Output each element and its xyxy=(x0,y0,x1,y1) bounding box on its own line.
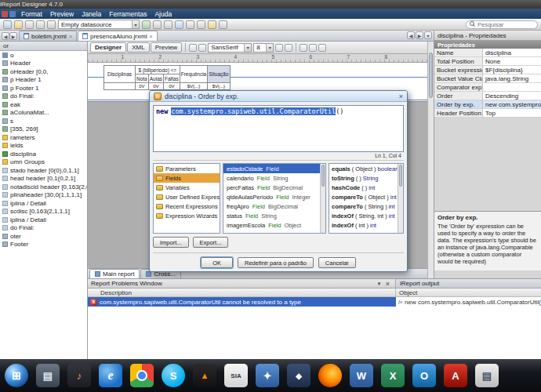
crosstab-value-cell[interactable] xyxy=(104,83,136,90)
field-list-scrollbar[interactable] xyxy=(320,164,325,233)
tree-item[interactable]: p Header 1 xyxy=(0,76,87,85)
status[interactable]: status Field String xyxy=(223,211,325,220)
media-app-icon[interactable]: ♪ xyxy=(67,364,91,387)
word-icon[interactable]: W xyxy=(350,364,373,387)
category-item[interactable]: Variables xyxy=(154,183,220,192)
chrome-icon[interactable] xyxy=(130,364,154,387)
vlc-icon[interactable]: ▲ xyxy=(193,364,216,387)
percFaltas[interactable]: percFaltas Field BigDecimal xyxy=(223,183,325,192)
crosstab-value-cell[interactable]: 0V xyxy=(136,83,149,90)
ok-button[interactable]: OK xyxy=(201,257,233,268)
properties-section-header[interactable]: Propriedades xyxy=(434,41,541,49)
vertical-scrollbar[interactable] xyxy=(427,42,434,278)
options-icon[interactable] xyxy=(219,20,227,29)
zoom-in-icon[interactable] xyxy=(189,44,197,52)
property-row[interactable]: Name disciplina xyxy=(434,49,541,57)
tree-item[interactable]: oter xyxy=(0,232,87,241)
property-row[interactable]: Bucket Value Class java.lang.String xyxy=(434,74,541,83)
menu-item[interactable]: Preview xyxy=(46,10,78,18)
crosstab-subheader-cell[interactable]: Faltas xyxy=(164,74,180,83)
system-app-icon[interactable]: ▤ xyxy=(36,364,60,387)
compareTo[interactable]: compareTo ( String ) int xyxy=(329,201,403,211)
font-name-combo[interactable]: SansSerif xyxy=(208,43,252,53)
tree-item[interactable]: stado header [0(0),0,1,1] xyxy=(0,166,87,175)
tab-close-icon[interactable] xyxy=(69,34,72,39)
crosstab-group-header-cell[interactable]: $ (biliperiodo) <= xyxy=(136,66,180,74)
indexOf[interactable]: indexOf ( int ) int xyxy=(329,220,403,230)
outlook-icon[interactable]: O xyxy=(412,364,436,387)
zoom-out-icon[interactable] xyxy=(198,44,206,52)
styles-icon[interactable] xyxy=(186,20,194,29)
internet-explorer-icon[interactable]: e xyxy=(99,364,122,387)
acrobat-icon[interactable]: A xyxy=(444,364,467,387)
search-input[interactable] xyxy=(477,21,532,28)
compareTo[interactable]: compareTo ( Object ) int xyxy=(329,192,403,201)
datasource-combo[interactable]: Empty datasource xyxy=(58,20,140,29)
report-query-icon[interactable] xyxy=(153,20,162,29)
next-document-icon[interactable] xyxy=(416,31,423,39)
redo-icon[interactable] xyxy=(47,20,56,29)
undo-icon[interactable] xyxy=(36,20,45,29)
reset-default-button[interactable]: Redefinir para o padrão xyxy=(238,257,314,268)
import-button[interactable]: Import... xyxy=(153,237,189,248)
category-item[interactable]: Parameters xyxy=(154,164,220,173)
view-toggle-button[interactable]: XML xyxy=(127,42,149,53)
menu-item[interactable]: Ajuda xyxy=(151,10,176,18)
open-report-icon[interactable] xyxy=(14,20,23,29)
view-toggle-button[interactable]: Preview xyxy=(151,42,182,53)
tree-item[interactable]: eak xyxy=(0,100,87,109)
problem-row[interactable]: com.systempro.sapiweb.util.ComparatorUti… xyxy=(88,297,541,307)
property-row[interactable]: Bucket expression $F{disciplina} xyxy=(434,66,541,74)
imagemEscola[interactable]: imagemEscola Field Object xyxy=(223,220,325,230)
tab-close-icon[interactable] xyxy=(149,34,152,39)
object-column-header[interactable]: Object xyxy=(396,289,541,296)
property-row[interactable]: Total Position None xyxy=(434,57,541,66)
align-right-icon[interactable] xyxy=(318,44,326,52)
estadoCidade[interactable]: estadoCidade Field xyxy=(223,164,325,173)
prev-document-icon[interactable] xyxy=(407,31,415,39)
tree-item[interactable]: head header [0,1(0,2,1] xyxy=(0,175,87,183)
close-window-icon[interactable] xyxy=(383,280,392,288)
italic-icon[interactable] xyxy=(285,44,292,52)
skype-icon[interactable]: S xyxy=(162,364,185,387)
document-tab[interactable]: presencaAluno.jrxml xyxy=(78,31,158,41)
tree-item[interactable]: iplina / Detail xyxy=(0,199,87,208)
tree-item[interactable]: p Footer 1 xyxy=(0,84,87,93)
ireport-output-tab[interactable]: iReport output xyxy=(396,279,541,288)
tree-item[interactable]: Header xyxy=(0,60,87,68)
category-item[interactable]: Expression Wizards xyxy=(154,211,220,220)
preview-run-icon[interactable] xyxy=(175,20,183,29)
view-toggle-button[interactable]: Designer xyxy=(90,42,126,53)
category-item[interactable]: User Defined Expressions xyxy=(154,192,220,201)
excel-icon[interactable]: X xyxy=(381,364,405,387)
firefox-icon[interactable] xyxy=(318,364,342,387)
bold-icon[interactable] xyxy=(275,44,283,52)
crosstab-subheader-cell[interactable]: Nota xyxy=(136,74,149,83)
tree-item[interactable]: iplina / Detail xyxy=(0,216,87,224)
scrollbar-thumb[interactable] xyxy=(429,53,433,98)
tree-item[interactable]: notadiscid header [0,163(2,0,1,1] xyxy=(0,183,87,191)
search-box[interactable] xyxy=(466,20,538,29)
equals[interactable]: equals ( Object ) boolean xyxy=(329,164,403,173)
qtdeAulasPeriodo[interactable]: qtdeAulasPeriodo Field Integer xyxy=(223,192,325,201)
crosstab-value-cell[interactable]: 0V xyxy=(148,83,163,90)
tree-item[interactable]: o xyxy=(0,51,87,60)
document-tab[interactable]: boletim.jrxml xyxy=(19,31,77,41)
tree-item[interactable]: scdisc [0,163(2,1,1,1] xyxy=(0,208,87,216)
dialog-titlebar[interactable]: disciplina - Order by exp. xyxy=(150,91,407,102)
tree-item[interactable]: aColunaMat... xyxy=(0,109,87,118)
align-center-icon[interactable] xyxy=(309,44,317,52)
minimize-window-icon[interactable] xyxy=(375,281,383,287)
crosstab-element[interactable]: Disciplinas $ (biliperiodo) <= Frequênci… xyxy=(103,65,231,90)
tree-item[interactable]: s xyxy=(0,117,87,125)
navy-app-icon[interactable]: ◆ xyxy=(287,364,310,387)
document-list-icon[interactable] xyxy=(424,31,432,39)
tree-item[interactable]: umn Groups xyxy=(0,158,87,167)
tree-item[interactable]: [355, 269] xyxy=(0,125,87,134)
problems-window-tab[interactable]: Report Problems Window xyxy=(88,279,396,288)
sia-app-icon[interactable]: SIA xyxy=(224,364,248,387)
indexOf[interactable]: indexOf ( String, int ) int xyxy=(329,211,403,220)
category-item[interactable]: Recent Expressions xyxy=(154,201,220,211)
new-report-icon[interactable] xyxy=(3,20,12,29)
menu-item[interactable]: Janela xyxy=(78,10,105,18)
